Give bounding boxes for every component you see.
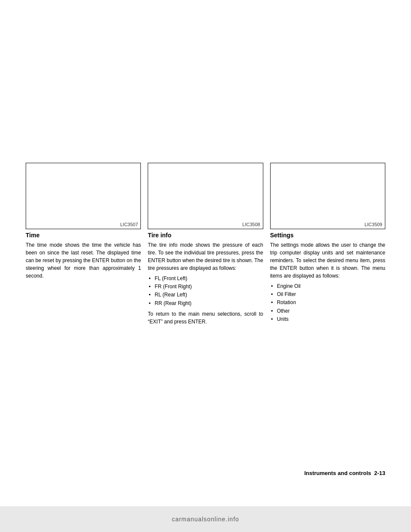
image-label-time: LIC3507 (120, 222, 138, 227)
image-box-time: LIC3507 (26, 163, 141, 229)
image-label-settings: LIC3509 (364, 222, 382, 227)
body-text-settings: The settings mode allows the user to cha… (270, 241, 385, 280)
watermark-text: carmanualsonline.info (172, 516, 239, 523)
three-columns: LIC3507 Time The time mode shows the tim… (0, 163, 411, 328)
page-container: LIC3507 Time The time mode shows the tim… (0, 0, 411, 532)
list-item: Oil Filter (270, 290, 385, 299)
bullet-list-tire: FL (Front Left) FR (Front Right) RL (Rea… (148, 275, 263, 308)
list-item: Other (270, 307, 385, 315)
list-item: RL (Rear Left) (148, 291, 263, 299)
column-tire-info: LIC3508 Tire info The tire info mode sho… (144, 163, 266, 328)
image-label-tire: LIC3508 (242, 222, 260, 227)
watermark-bar: carmanualsonline.info (0, 506, 411, 532)
bullet-list-settings: Engine Oil Oil Filter Rotation Other Uni… (270, 282, 385, 323)
footer-label: Instruments and controls (304, 470, 371, 476)
section-title-time: Time (26, 232, 141, 239)
image-box-settings: LIC3509 (270, 163, 385, 229)
image-box-tire: LIC3508 (148, 163, 263, 229)
list-item: Engine Oil (270, 282, 385, 290)
extra-text-tire: To return to the main menu selections, s… (148, 310, 263, 326)
list-item: Rotation (270, 299, 385, 307)
section-title-settings: Settings (270, 232, 385, 239)
list-item: Units (270, 315, 385, 323)
list-item: FL (Front Left) (148, 275, 263, 283)
body-text-time: The time mode shows the time the vehicle… (26, 241, 141, 280)
top-spacer (0, 0, 411, 163)
bottom-spacer (0, 328, 411, 465)
footer-page-number: 2-13 (374, 470, 385, 476)
column-settings: LIC3509 Settings The settings mode allow… (267, 163, 385, 326)
list-item: FR (Front Right) (148, 283, 263, 291)
page-footer: Instruments and controls 2-13 (304, 470, 385, 476)
column-time: LIC3507 Time The time mode shows the tim… (26, 163, 144, 282)
body-text-tire: The tire info mode shows the pressure of… (148, 241, 263, 272)
list-item: RR (Rear Right) (148, 299, 263, 308)
section-title-tire: Tire info (148, 232, 263, 239)
